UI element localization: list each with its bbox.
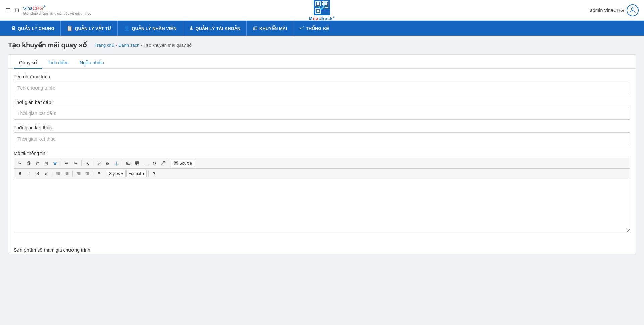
remove-format-button[interactable]: Ix (42, 170, 50, 177)
nav-label-tai-khoan: QUẢN LÝ TÀI KHOẢN (196, 26, 241, 31)
link-button[interactable] (95, 160, 103, 167)
undo-button[interactable]: ↩ (63, 160, 71, 167)
top-header: ☰ ⊡ VinaCHG® Giải pháp chống hàng giả, b… (0, 0, 644, 21)
svg-rect-2 (317, 2, 319, 5)
strikethrough-button[interactable]: S (34, 170, 42, 177)
special-char-button[interactable]: Ω (150, 160, 158, 167)
styles-chevron: ▾ (121, 172, 123, 176)
ul-button[interactable] (63, 170, 71, 177)
start-time-input[interactable] (14, 107, 630, 120)
toolbar-sep-8 (93, 171, 93, 177)
anchor-button[interactable]: ⚓ (112, 160, 120, 167)
program-name-input[interactable] (14, 82, 630, 94)
nav-item-nhan-vien[interactable]: 👤 QUẢN LÝ NHÂN VIÊN (118, 21, 183, 36)
source-button[interactable]: Source (171, 160, 195, 167)
breadcrumb-list[interactable]: Danh sách (118, 43, 139, 48)
clipboard-icon: 📋 (67, 25, 72, 31)
source-label: Source (179, 161, 192, 166)
breadcrumb-sep-2: - (141, 43, 142, 48)
svg-line-32 (161, 164, 163, 165)
account-icon (189, 25, 194, 31)
svg-rect-12 (322, 3, 323, 4)
svg-point-46 (65, 173, 66, 174)
nav-item-khuyen-mai[interactable]: 🏷 KHUYẾN MÃI (247, 21, 293, 36)
end-time-input[interactable] (14, 132, 630, 145)
nav-item-vat-tu[interactable]: 📋 QUẢN LÝ VẬT TƯ (61, 21, 118, 36)
italic-button[interactable]: I (25, 170, 33, 177)
unlink-button[interactable] (104, 160, 112, 167)
tab-quay-so[interactable]: Quay số (14, 57, 42, 69)
table-button[interactable] (133, 160, 141, 167)
form-group-program-name: Tên chương trình: (14, 74, 630, 94)
vinacheck-logo: Mnacheck® (309, 0, 335, 21)
styles-dropdown[interactable]: Styles ▾ (107, 170, 126, 177)
cut-button[interactable]: ✂ (16, 160, 24, 167)
find-button[interactable] (83, 160, 91, 167)
tabs-row: Quay số Tích điểm Ngẫu nhiên (8, 55, 636, 69)
svg-line-23 (88, 164, 89, 165)
nav-label-nhan-vien: QUẢN LÝ NHÂN VIÊN (132, 26, 176, 31)
logo: VinaCHG® (23, 5, 45, 11)
nav-item-quan-ly-chung[interactable]: ⚙ QUẢN LÝ CHUNG (5, 21, 61, 36)
paste-plain-button[interactable] (42, 160, 50, 167)
form-group-start-time: Thời gian bắt đầu: (14, 100, 630, 120)
breadcrumb-home[interactable]: Trang chủ (95, 43, 114, 48)
nav-label-vat-tu: QUẢN LÝ VẬT TƯ (75, 26, 111, 31)
tag-icon: 🏷 (253, 25, 257, 31)
page-title: Tạo khuyến mãi quay số (8, 41, 87, 49)
toolbar-sep-6 (52, 171, 52, 177)
svg-rect-13 (322, 4, 323, 5)
ol-button[interactable]: 123 (54, 170, 62, 177)
editor-toolbar-2: B I S Ix 123 (14, 168, 630, 179)
svg-rect-6 (317, 10, 319, 12)
admin-name: admin VinaCHG (590, 8, 624, 13)
format-chevron: ▾ (143, 172, 144, 176)
paste-word-button[interactable]: W (51, 160, 59, 167)
form-body: Tên chương trình: Thời gian bắt đầu: Thờ… (8, 69, 636, 243)
copy-button[interactable] (25, 160, 33, 167)
toolbar-sep-5 (169, 160, 169, 166)
breadcrumb-current: Tạo khuyến mãi quay số (144, 43, 192, 48)
stats-icon (299, 25, 304, 31)
nav-label-thong-ke: THỐNG KÊ (306, 26, 329, 31)
svg-rect-18 (36, 163, 39, 165)
svg-point-45 (65, 172, 66, 173)
svg-point-15 (190, 26, 192, 28)
logo-area: VinaCHG® Giải pháp chống hàng giả, bảo v… (23, 5, 91, 15)
redo-button[interactable]: ↪ (71, 160, 80, 167)
hr-button[interactable]: — (142, 160, 150, 167)
editor-body[interactable]: ⤡ (14, 179, 630, 232)
svg-rect-10 (327, 7, 328, 8)
decrease-indent-button[interactable] (75, 170, 83, 177)
window-icon[interactable]: ⊡ (15, 7, 19, 13)
hamburger-icon[interactable]: ☰ (5, 7, 11, 14)
avatar-icon[interactable] (627, 4, 639, 16)
styles-label: Styles (109, 171, 120, 176)
nav-item-thong-ke[interactable]: THỐNG KÊ (293, 21, 335, 36)
main-content: Quay số Tích điểm Ngẫu nhiên Tên chương … (0, 52, 644, 262)
gear-icon: ⚙ (11, 25, 16, 31)
header-center: Mnacheck® (309, 0, 335, 21)
image-button[interactable] (124, 160, 132, 167)
paste-button[interactable] (34, 160, 42, 167)
nav-label-khuyen-mai: KHUYẾN MÃI (259, 26, 287, 31)
svg-rect-27 (135, 162, 139, 165)
format-dropdown[interactable]: Format ▾ (126, 170, 147, 177)
svg-rect-33 (174, 161, 178, 165)
description-label: Mô tả thông tin: (14, 151, 630, 156)
help-button[interactable]: ? (150, 170, 158, 177)
logo-reg: ® (43, 5, 45, 9)
form-group-description: Mô tả thông tin: ✂ W ↩ ↪ (14, 151, 630, 232)
breadcrumb-area: Tạo khuyến mãi quay số Trang chủ - Danh … (0, 36, 644, 52)
svg-text:3: 3 (56, 174, 57, 175)
blockquote-button[interactable]: ❝ (95, 170, 103, 177)
increase-indent-button[interactable] (83, 170, 91, 177)
svg-rect-19 (45, 162, 48, 165)
svg-rect-8 (325, 7, 326, 8)
tab-ngau-nhien[interactable]: Ngẫu nhiên (74, 57, 109, 69)
bold-button[interactable]: B (16, 170, 24, 177)
maximize-button[interactable] (159, 160, 167, 167)
breadcrumb-sep-1: - (116, 43, 117, 48)
nav-item-tai-khoan[interactable]: QUẢN LÝ TÀI KHOẢN (183, 21, 247, 36)
tab-tich-diem[interactable]: Tích điểm (42, 57, 74, 69)
